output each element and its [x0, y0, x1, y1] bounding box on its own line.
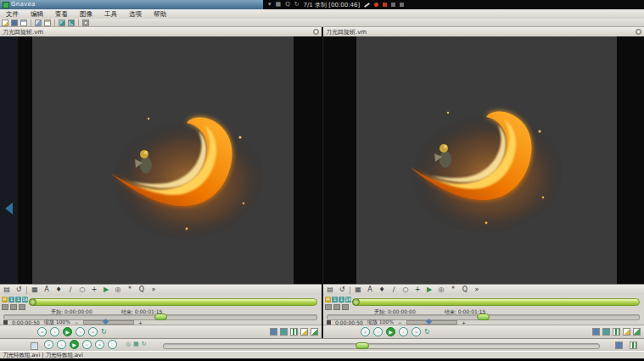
- clip-icon[interactable]: [31, 342, 38, 350]
- chevron-down-icon[interactable]: ▾: [268, 0, 272, 9]
- track-chip[interactable]: M: [2, 297, 8, 303]
- pause-icon[interactable]: [630, 342, 637, 349]
- speaker-icon[interactable]: [3, 320, 8, 325]
- play-button[interactable]: ▶: [386, 327, 395, 336]
- note-icon[interactable]: [623, 328, 630, 336]
- refresh-icon[interactable]: ↻: [294, 0, 300, 9]
- seek-thumb[interactable]: [477, 314, 490, 320]
- gear-icon[interactable]: ◎: [126, 341, 131, 347]
- play-button[interactable]: ▶: [70, 340, 79, 349]
- layer-icon[interactable]: [325, 304, 332, 310]
- settings-icon[interactable]: [82, 19, 89, 26]
- last-frame-button[interactable]: »: [95, 340, 104, 349]
- more-icon[interactable]: »: [149, 285, 158, 295]
- pause-icon[interactable]: [290, 328, 298, 336]
- track-chip[interactable]: 1: [339, 297, 344, 303]
- ellipse-tool-icon[interactable]: ○: [78, 285, 87, 295]
- menu-edit[interactable]: 编辑: [25, 9, 49, 19]
- first-frame-button[interactable]: «: [37, 327, 47, 336]
- zoom-tool-icon[interactable]: Q: [137, 285, 146, 295]
- collapsed-side-panel[interactable]: [0, 36, 18, 284]
- pause-icon[interactable]: [613, 328, 620, 336]
- export-frame-icon[interactable]: [311, 328, 318, 336]
- pencil-icon[interactable]: [364, 3, 370, 8]
- progress-start-cap[interactable]: [352, 298, 360, 306]
- layer-icon[interactable]: [342, 304, 349, 310]
- play-tool-icon[interactable]: ▶: [425, 285, 434, 295]
- layer-icon[interactable]: [2, 304, 8, 310]
- film-icon[interactable]: [592, 328, 600, 336]
- play-tool-icon[interactable]: ▶: [102, 285, 110, 295]
- page-icon[interactable]: ▤: [3, 285, 11, 295]
- next-frame-button[interactable]: ›: [82, 340, 92, 349]
- last-frame-button[interactable]: »: [88, 327, 98, 336]
- page-icon[interactable]: ▤: [326, 285, 334, 295]
- export-frame-icon[interactable]: [633, 328, 641, 336]
- layer-icon[interactable]: [19, 304, 25, 310]
- camera-icon[interactable]: [280, 328, 288, 336]
- track-chip[interactable]: 1: [15, 297, 21, 303]
- target-icon[interactable]: ◎: [437, 285, 445, 295]
- prev-frame-button[interactable]: ‹: [50, 327, 59, 336]
- progress-start-cap[interactable]: [29, 298, 36, 306]
- loop-icon[interactable]: ↻: [142, 341, 147, 347]
- undo-icon[interactable]: ↺: [14, 285, 23, 295]
- zoom-icon[interactable]: Q: [285, 0, 290, 9]
- grid-icon[interactable]: ▦: [354, 285, 362, 295]
- menu-file[interactable]: 文件: [0, 9, 25, 19]
- grid-icon[interactable]: ▦: [276, 0, 282, 9]
- gear-icon[interactable]: [636, 29, 641, 35]
- menu-image[interactable]: 图像: [74, 9, 98, 19]
- window-layout-icon[interactable]: [20, 19, 27, 26]
- global-seek-slider[interactable]: [163, 343, 600, 349]
- track-chip[interactable]: 14: [22, 297, 28, 303]
- export-icon[interactable]: [68, 19, 75, 26]
- track-chip[interactable]: 14: [345, 297, 351, 303]
- grid-icon[interactable]: ▦: [31, 285, 39, 295]
- next-frame-button[interactable]: ›: [76, 327, 85, 336]
- add-icon[interactable]: +: [90, 285, 98, 295]
- first-frame-button[interactable]: «: [361, 327, 370, 336]
- target-icon[interactable]: ◎: [114, 285, 122, 295]
- ellipse-tool-icon[interactable]: ○: [401, 285, 410, 295]
- copy-icon[interactable]: [35, 19, 42, 26]
- zoom-slider[interactable]: [406, 320, 457, 325]
- paste-icon[interactable]: [44, 19, 51, 26]
- more-icon[interactable]: »: [473, 285, 481, 295]
- prev-frame-button[interactable]: ‹: [57, 340, 66, 349]
- pen-tool-icon[interactable]: ♦: [54, 285, 63, 295]
- menu-help[interactable]: 帮助: [148, 9, 172, 19]
- prev-frame-button[interactable]: ‹: [373, 327, 383, 336]
- speaker-icon[interactable]: [327, 320, 331, 325]
- menu-view[interactable]: 查看: [49, 9, 74, 19]
- film-icon[interactable]: [615, 342, 623, 349]
- track-chip[interactable]: 1: [332, 297, 338, 303]
- undo-icon[interactable]: ↺: [338, 285, 346, 295]
- note-icon[interactable]: [300, 328, 308, 336]
- close-icon[interactable]: [400, 3, 404, 7]
- global-seek-thumb[interactable]: [356, 342, 369, 349]
- zoom-slider-thumb[interactable]: [426, 318, 432, 324]
- zoom-tool-icon[interactable]: Q: [461, 285, 469, 295]
- film-icon[interactable]: [270, 328, 277, 336]
- timeline-progress-bar[interactable]: [29, 298, 317, 306]
- import-icon[interactable]: [59, 19, 65, 26]
- line-tool-icon[interactable]: ∕: [389, 285, 398, 295]
- line-tool-icon[interactable]: ∕: [66, 285, 75, 295]
- menu-options[interactable]: 选项: [123, 9, 148, 19]
- track-chip[interactable]: M: [325, 297, 331, 303]
- seek-thumb[interactable]: [154, 314, 167, 320]
- effect-stage[interactable]: [32, 36, 294, 284]
- stop-icon[interactable]: [383, 3, 387, 7]
- text-tool-icon[interactable]: A: [42, 285, 51, 295]
- record-icon[interactable]: [374, 3, 378, 7]
- menu-tools[interactable]: 工具: [98, 9, 123, 19]
- new-icon[interactable]: [2, 19, 8, 26]
- layer-icon[interactable]: [10, 304, 17, 310]
- first-frame-button[interactable]: «: [44, 340, 53, 349]
- stop-frame-button[interactable]: [108, 340, 117, 349]
- next-frame-button[interactable]: ›: [399, 327, 408, 336]
- loop-icon[interactable]: ↻: [424, 328, 430, 336]
- text-tool-icon[interactable]: A: [366, 285, 374, 295]
- brush-icon[interactable]: *: [449, 285, 457, 295]
